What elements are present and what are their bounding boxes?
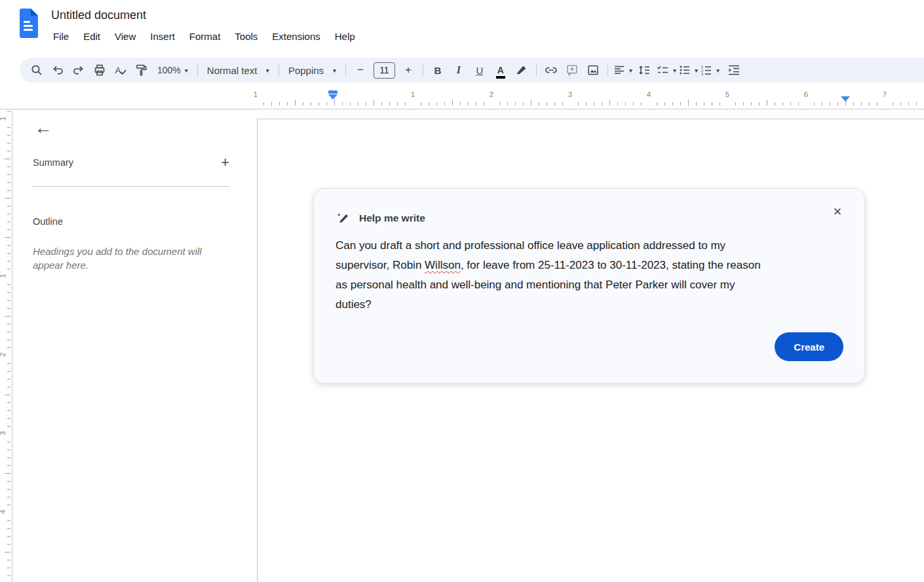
paragraph-style-value: Normal text [207,65,262,76]
increase-font-size-button[interactable]: + [399,61,417,79]
toolbar-separator [423,64,423,77]
first-line-indent-marker[interactable] [328,90,337,94]
add-summary-icon[interactable]: + [221,155,229,170]
document-title[interactable]: Untitled document [51,9,146,22]
numbered-list-icon[interactable]: 1 2 3 ▾ [701,61,720,79]
ruler-number: 1 [0,274,7,278]
ruler-number: 3 [568,90,572,98]
create-button[interactable]: Create [775,332,843,361]
prompt-line: as personal health and well-being and me… [336,275,844,295]
chevron-down-icon: ▾ [266,67,269,74]
chevron-down-icon: ▾ [629,67,632,74]
close-outline-back-icon[interactable]: ← [31,116,55,140]
close-icon[interactable]: × [828,202,847,222]
italic-icon[interactable]: I [450,61,468,79]
toolbar-separator [279,64,279,77]
ruler-number: 1 [411,90,415,98]
sidebar-divider [33,186,229,187]
underline-icon[interactable]: U [471,61,489,79]
highlight-color-icon[interactable] [512,61,531,79]
ruler-number: 3 [0,431,7,435]
insert-link-icon[interactable] [542,61,560,79]
align-icon[interactable]: ▾ [613,61,632,79]
insert-image-icon[interactable] [584,61,602,79]
text-color-icon[interactable]: A [491,61,510,79]
prompt-line: supervisor, Robin Willson, for leave fro… [336,256,844,275]
document-outline-sidebar: ← Summary + Outline Headings you add to … [13,109,256,582]
chevron-down-icon: ▾ [673,67,676,74]
paint-format-icon[interactable] [132,61,151,79]
chevron-down-icon: ▾ [695,67,698,74]
outline-placeholder-text: Headings you add to the document will ap… [33,244,229,272]
ruler-number: 2 [0,353,7,357]
prompt-line: duties? [336,295,844,315]
chevron-down-icon: ▾ [185,67,188,74]
prompt-text[interactable]: Can you draft a short and professional o… [336,236,844,315]
zoom-value: 100% [157,65,181,75]
vertical-ruler[interactable]: 11234 [0,109,12,582]
toolbar-separator [607,64,608,77]
app-header: Untitled document FileEditViewInsertForm… [0,0,924,58]
ruler-number: 1 [0,117,7,121]
checklist-icon[interactable]: ▾ [656,61,676,79]
menu-view[interactable]: View [107,29,143,44]
menu-tools[interactable]: Tools [227,29,265,44]
font-size-input[interactable]: 11 [374,62,395,79]
toolbar-separator [197,64,198,77]
ruler-number: 2 [490,90,493,98]
bulleted-list-icon[interactable]: ▾ [679,61,698,79]
chevron-down-icon: ▾ [716,67,720,74]
spellcheck-icon[interactable]: A [111,61,130,79]
indent-icon[interactable] [725,61,743,79]
toolbar: A 100% ▾ Normal text ▾ Poppins ▾ − 11 + … [20,58,924,83]
prompt-line: Can you draft a short and professional o… [336,236,844,256]
paragraph-style-control[interactable]: Normal text ▾ [202,65,275,76]
menu-edit[interactable]: Edit [76,29,107,44]
horizontal-ruler[interactable]: 11234567 [0,88,924,109]
decrease-font-size-button[interactable]: − [351,61,370,79]
add-comment-icon[interactable] [563,61,581,79]
chevron-down-icon: ▾ [333,67,336,74]
toolbar-separator [345,64,346,77]
ruler-number: 6 [804,90,808,98]
line-spacing-icon[interactable] [635,61,653,79]
toolbar-separator [536,64,537,77]
menu-bar: FileEditViewInsertFormatToolsExtensionsH… [46,29,362,44]
dialog-header: Help me write [336,211,425,225]
outline-label: Outline [33,216,63,227]
ruler-number: 4 [0,510,7,514]
google-docs-logo-icon[interactable] [17,9,39,38]
misspelled-word: Willson [425,259,461,271]
svg-text:3: 3 [701,72,703,76]
redo-icon[interactable] [69,61,88,79]
summary-row: Summary + [33,155,229,170]
font-family-value: Poppins [288,65,329,76]
left-indent-marker[interactable] [328,90,337,100]
right-indent-marker[interactable] [841,96,850,102]
undo-icon[interactable] [48,61,67,79]
menu-extensions[interactable]: Extensions [265,29,327,44]
dialog-title: Help me write [359,212,425,224]
ruler-number: 5 [725,90,729,98]
ruler-number: 7 [883,90,887,98]
menu-help[interactable]: Help [328,29,362,44]
menu-insert[interactable]: Insert [143,29,182,44]
bold-icon[interactable]: B [429,61,447,79]
ruler-number: 1 [254,90,258,98]
summary-label: Summary [33,157,73,168]
help-me-write-dialog: Help me write × Can you draft a short an… [313,188,865,383]
magic-pen-icon [336,211,350,225]
zoom-control[interactable]: 100% ▾ [152,65,193,75]
print-icon[interactable] [90,61,109,79]
font-family-control[interactable]: Poppins ▾ [283,65,341,76]
menu-format[interactable]: Format [182,29,228,44]
menu-file[interactable]: File [46,29,76,44]
search-icon[interactable] [28,61,46,79]
ruler-number: 4 [647,90,651,98]
